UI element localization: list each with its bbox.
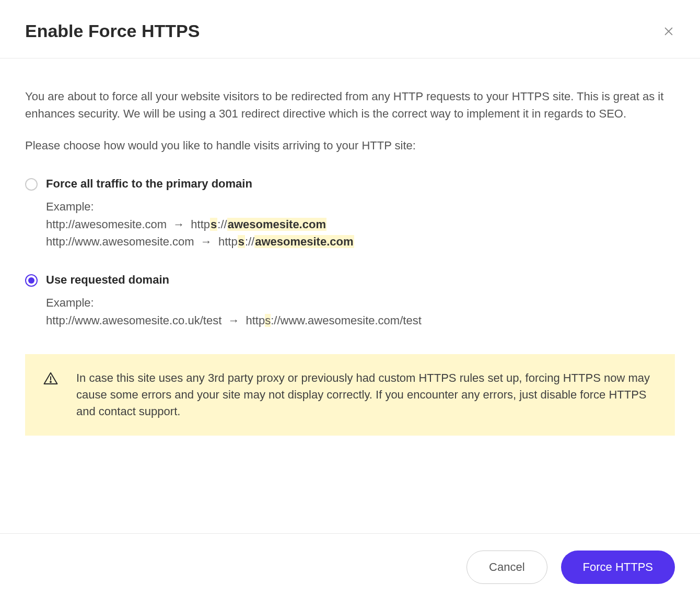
arrow-icon: → [228, 312, 239, 329]
svg-point-3 [50, 381, 51, 382]
force-https-button[interactable]: Force HTTPS [561, 551, 675, 584]
example-label: Example: [46, 200, 675, 214]
radio-circle-selected [25, 274, 38, 287]
highlight-s: s [265, 314, 271, 327]
radio-content: Use requested domain Example: http://www… [46, 273, 675, 329]
example-from: http://awesomesite.com [46, 218, 167, 231]
close-icon[interactable] [662, 25, 675, 38]
example-line-1: http://www.awesomesite.co.uk/test → http… [46, 312, 675, 329]
modal-title: Enable Force HTTPS [25, 21, 200, 41]
warning-text: In case this site uses any 3rd party pro… [76, 370, 657, 420]
highlight-domain: awesomesite.com [227, 218, 326, 231]
highlight-domain: awesomesite.com [254, 235, 354, 248]
description-text: You are about to force all your website … [25, 88, 675, 122]
arrow-icon: → [201, 233, 212, 250]
example-to-mid: :// [245, 235, 254, 248]
example-line-1: http://awesomesite.com → https://awesome… [46, 216, 675, 233]
highlight-s: s [238, 235, 245, 248]
example-to-suffix: ://www.awesomesite.com/test [271, 314, 422, 327]
arrow-icon: → [173, 216, 184, 233]
example-from: http://www.awesomesite.com [46, 235, 194, 248]
highlight-s: s [210, 218, 217, 231]
example-label: Example: [46, 296, 675, 310]
radio-content: Force all traffic to the primary domain … [46, 177, 675, 250]
example-to-prefix: http [218, 235, 238, 248]
radio-label: Use requested domain [46, 273, 675, 287]
example-to-mid: :// [217, 218, 227, 231]
radio-option-primary-domain[interactable]: Force all traffic to the primary domain … [25, 177, 675, 250]
example-to-prefix: http [191, 218, 210, 231]
radio-option-requested-domain[interactable]: Use requested domain Example: http://www… [25, 273, 675, 329]
prompt-text: Please choose how would you like to hand… [25, 137, 675, 154]
radio-group: Force all traffic to the primary domain … [25, 177, 675, 329]
example-from: http://www.awesomesite.co.uk/test [46, 314, 221, 327]
warning-icon [43, 371, 59, 387]
modal-footer: Cancel Force HTTPS [0, 533, 700, 609]
radio-label: Force all traffic to the primary domain [46, 177, 675, 191]
modal-enable-force-https: Enable Force HTTPS You are about to forc… [0, 0, 700, 609]
modal-header: Enable Force HTTPS [0, 0, 700, 58]
radio-circle [25, 178, 38, 191]
cancel-button[interactable]: Cancel [466, 551, 547, 584]
example-to-prefix: http [246, 314, 265, 327]
example-line-2: http://www.awesomesite.com → https://awe… [46, 233, 675, 250]
warning-box: In case this site uses any 3rd party pro… [25, 354, 675, 436]
modal-body: You are about to force all your website … [0, 58, 700, 533]
